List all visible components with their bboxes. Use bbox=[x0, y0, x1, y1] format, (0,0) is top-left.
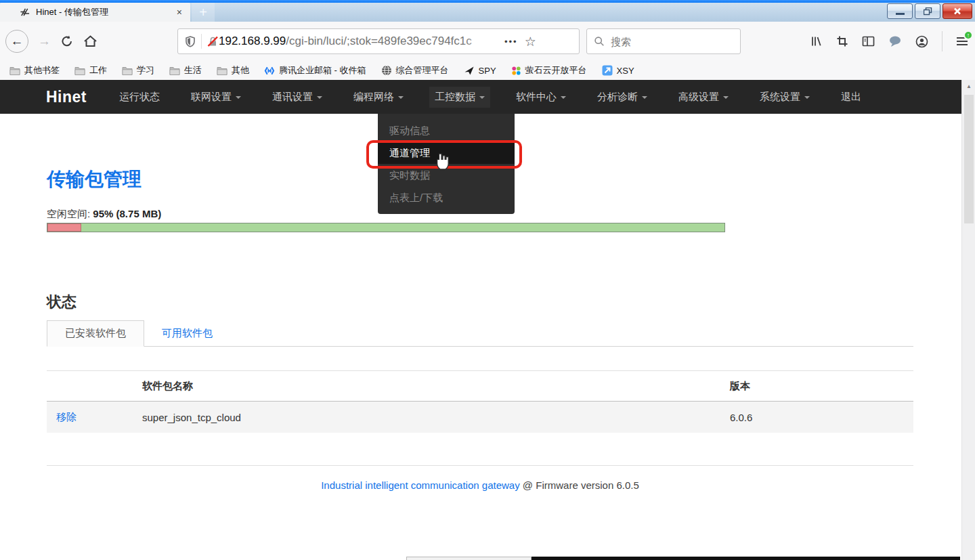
urlbar-divider bbox=[201, 34, 202, 49]
bookmark-folder-life[interactable]: 生活 bbox=[169, 64, 202, 77]
page-footer: Industrial intelligent communication gat… bbox=[47, 479, 913, 491]
url-text[interactable]: 192.168.9.99/cgi-bin/luci/;stok=489fe39e… bbox=[219, 35, 500, 48]
url-fade bbox=[462, 35, 500, 48]
page-actions-icon[interactable]: ••• bbox=[504, 37, 518, 47]
reload-button[interactable] bbox=[60, 35, 74, 48]
xsy-icon bbox=[602, 65, 613, 76]
tencent-mail-icon bbox=[264, 66, 275, 76]
bookmark-folder-other-bookmarks[interactable]: 其他书签 bbox=[9, 64, 60, 77]
nav-item-advanced-settings[interactable]: 高级设置 bbox=[673, 87, 734, 108]
url-bar[interactable]: 192.168.9.99/cgi-bin/luci/;stok=489fe39e… bbox=[177, 28, 580, 54]
table-row: 移除 super_json_tcp_cloud 6.0.6 bbox=[47, 402, 913, 433]
chevron-down-icon bbox=[642, 96, 647, 99]
site-navbar: Hinet 运行状态 联网设置 通讯设置 编程网络 工控数据 软件中心 分析诊断… bbox=[0, 80, 961, 114]
tab-title: Hinet - 传输包管理 bbox=[36, 6, 171, 18]
close-icon bbox=[953, 7, 961, 15]
nav-item-analysis-diagnosis[interactable]: 分析诊断 bbox=[592, 87, 653, 108]
folder-icon bbox=[122, 66, 133, 75]
minimize-button[interactable] bbox=[887, 3, 913, 19]
page-title: 传输包管理 bbox=[47, 167, 142, 192]
bookmark-xsy[interactable]: XSY bbox=[602, 65, 634, 76]
nav-buttons: ← → bbox=[5, 22, 98, 61]
header-package-name: 软件包名称 bbox=[142, 380, 730, 393]
bookmark-management-platform[interactable]: 综合管理平台 bbox=[381, 64, 449, 77]
reload-icon bbox=[60, 35, 74, 48]
toolbar-divider bbox=[942, 31, 942, 51]
menu-button[interactable]: ↑ bbox=[956, 36, 968, 47]
bookmark-folder-work[interactable]: 工作 bbox=[74, 64, 107, 77]
spy-icon bbox=[464, 66, 475, 76]
package-name: super_json_tcp_cloud bbox=[142, 412, 730, 423]
sidebar-icon[interactable] bbox=[862, 35, 875, 47]
tab-available-packages[interactable]: 可用软件包 bbox=[144, 320, 230, 347]
browser-window: Hinet - 传输包管理 × + ← → bbox=[0, 0, 975, 560]
nav-item-network-settings[interactable]: 联网设置 bbox=[186, 87, 246, 108]
scroll-up-icon[interactable]: ▲ bbox=[962, 83, 975, 89]
chevron-down-icon bbox=[561, 96, 566, 99]
footer-text: @ Firmware version 6.0.5 bbox=[520, 479, 639, 491]
package-tabs: 已安装软件包 可用软件包 bbox=[47, 320, 913, 347]
bottom-edge-panel bbox=[406, 557, 532, 560]
folder-icon bbox=[74, 66, 85, 75]
bookmark-spy[interactable]: SPY bbox=[464, 66, 496, 76]
chevron-down-icon bbox=[804, 96, 810, 99]
footer-link[interactable]: Industrial intelligent communication gat… bbox=[321, 479, 520, 491]
restore-icon bbox=[924, 7, 932, 16]
shield-icon[interactable] bbox=[185, 36, 196, 47]
package-version: 6.0.6 bbox=[730, 412, 913, 423]
header-version: 版本 bbox=[730, 380, 913, 393]
home-icon bbox=[83, 35, 98, 48]
nav-item-run-status[interactable]: 运行状态 bbox=[114, 87, 165, 108]
search-input[interactable] bbox=[611, 36, 719, 47]
back-button[interactable]: ← bbox=[5, 30, 28, 53]
home-button[interactable] bbox=[83, 35, 98, 48]
update-badge-icon: ↑ bbox=[963, 30, 973, 40]
new-tab-button[interactable]: + bbox=[192, 3, 215, 22]
dropdown-item-driver-info[interactable]: 驱动信息 bbox=[378, 119, 515, 142]
ys-cloud-icon bbox=[511, 66, 521, 76]
globe-icon bbox=[381, 65, 392, 76]
search-icon bbox=[594, 36, 605, 47]
messages-icon[interactable] bbox=[888, 35, 902, 47]
nav-item-system-settings[interactable]: 系统设置 bbox=[754, 87, 815, 108]
bookmark-folder-misc[interactable]: 其他 bbox=[217, 64, 249, 77]
tab-installed-packages[interactable]: 已安装软件包 bbox=[47, 320, 144, 347]
nav-item-industrial-data[interactable]: 工控数据 bbox=[429, 87, 490, 108]
status-heading: 状态 bbox=[47, 292, 77, 312]
remove-link[interactable]: 移除 bbox=[56, 411, 77, 423]
restore-button[interactable] bbox=[915, 3, 940, 19]
url-path: /cgi-bin/luci/;stok=489fe39ec794fc1c bbox=[286, 35, 472, 47]
dropdown-item-point-table[interactable]: 点表上/下载 bbox=[378, 186, 515, 209]
bookmark-tencent-mail[interactable]: 腾讯企业邮箱 - 收件箱 bbox=[264, 64, 366, 77]
nav-item-software-center[interactable]: 软件中心 bbox=[511, 87, 571, 108]
chevron-down-icon bbox=[317, 96, 322, 99]
bookmark-folder-study[interactable]: 学习 bbox=[122, 64, 154, 77]
free-space-label: 空闲空间: 95% (8.75 MB) bbox=[47, 208, 161, 221]
site-favicon bbox=[20, 7, 30, 18]
bookmark-star-icon[interactable]: ☆ bbox=[525, 34, 536, 49]
account-icon[interactable] bbox=[915, 35, 928, 48]
browser-tab[interactable]: Hinet - 传输包管理 × bbox=[0, 3, 190, 22]
close-button[interactable] bbox=[942, 3, 972, 19]
screenshot-crop-icon[interactable] bbox=[836, 35, 848, 47]
site-nav-menu: 运行状态 联网设置 通讯设置 编程网络 工控数据 软件中心 分析诊断 高级设置 … bbox=[114, 87, 867, 108]
page-scrollbar[interactable]: ▲ bbox=[961, 80, 975, 560]
chevron-down-icon bbox=[723, 96, 729, 99]
url-domain: 192.168.9.99 bbox=[219, 35, 286, 47]
nav-item-logout[interactable]: 退出 bbox=[836, 87, 867, 108]
scrollbar-thumb[interactable] bbox=[964, 95, 974, 223]
site-brand[interactable]: Hinet bbox=[46, 88, 87, 106]
bookmark-ys-cloud[interactable]: 萤石云开放平台 bbox=[511, 64, 587, 77]
nav-item-programming-network[interactable]: 编程网络 bbox=[348, 87, 409, 108]
library-icon[interactable] bbox=[810, 35, 823, 47]
chevron-down-icon bbox=[236, 96, 241, 99]
bottom-edge-bar bbox=[532, 557, 960, 560]
tab-close-icon[interactable]: × bbox=[177, 7, 182, 17]
search-bar[interactable] bbox=[586, 28, 741, 54]
toolbar-right-icons: ↑ bbox=[810, 22, 968, 61]
forward-button[interactable]: → bbox=[38, 34, 51, 49]
insecure-lock-icon[interactable] bbox=[207, 36, 219, 47]
nav-item-comm-settings[interactable]: 通讯设置 bbox=[267, 87, 328, 108]
chevron-down-icon bbox=[479, 96, 485, 99]
folder-icon bbox=[169, 66, 180, 75]
